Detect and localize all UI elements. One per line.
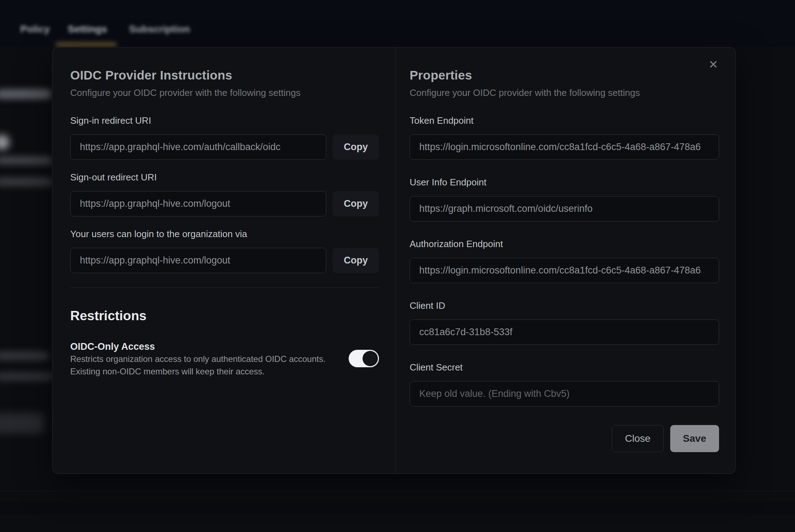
- column-divider: [395, 47, 396, 474]
- login-via-label: Your users can login to the organization…: [70, 229, 379, 239]
- background-footer-band: [0, 502, 795, 514]
- tab-policy[interactable]: Policy: [20, 24, 50, 35]
- blurred-background-button: [0, 413, 44, 434]
- sign-in-redirect-uri-label: Sign-in redirect URI: [70, 115, 379, 126]
- oidc-only-access-row: OIDC-Only Access Restricts organization …: [70, 341, 379, 378]
- oidc-only-access-toggle[interactable]: [349, 350, 379, 367]
- copy-button[interactable]: Copy: [333, 191, 379, 216]
- oidc-only-access-label: OIDC-Only Access: [70, 341, 325, 353]
- token-endpoint-input[interactable]: [410, 134, 719, 160]
- client-secret-input[interactable]: [410, 381, 719, 406]
- oidc-only-access-description-line2: Existing non-OIDC members will keep thei…: [70, 365, 325, 378]
- client-id-label: Client ID: [410, 300, 719, 311]
- background-divider-line: [0, 491, 795, 492]
- page-header-strip: [0, 0, 795, 47]
- tab-subscription[interactable]: Subscription: [129, 24, 190, 35]
- oidc-settings-modal: ✕ OIDC Provider Instructions Configure y…: [52, 47, 736, 474]
- toggle-knob: [363, 351, 378, 366]
- close-button[interactable]: Close: [612, 425, 664, 452]
- blurred-background-text: [0, 372, 53, 381]
- instructions-title: OIDC Provider Instructions: [70, 67, 379, 83]
- properties-subtitle: Configure your OIDC provider with the fo…: [410, 87, 719, 99]
- active-tab-underline: [56, 42, 117, 47]
- sign-in-redirect-uri-input[interactable]: [70, 134, 326, 160]
- restrictions-title: Restrictions: [70, 308, 379, 324]
- properties-column: Properties Configure your OIDC provider …: [410, 47, 719, 452]
- user-info-endpoint-label: User Info Endpoint: [410, 177, 719, 188]
- section-divider: [70, 287, 379, 288]
- modal-actions: Close Save: [410, 425, 719, 452]
- client-secret-label: Client Secret: [410, 362, 719, 373]
- sign-out-redirect-uri-label: Sign-out redirect URI: [70, 172, 379, 183]
- oidc-only-access-description-line1: Restricts organization access to only au…: [70, 353, 325, 365]
- blurred-background-dot: [0, 135, 9, 150]
- user-info-endpoint-input[interactable]: [410, 196, 719, 221]
- copy-button[interactable]: Copy: [333, 248, 379, 273]
- blurred-background-text: [0, 89, 52, 99]
- oidc-only-access-text: OIDC-Only Access Restricts organization …: [70, 341, 325, 378]
- client-id-input[interactable]: [410, 319, 719, 345]
- authorization-endpoint-input[interactable]: [410, 258, 719, 283]
- sign-out-redirect-uri-input[interactable]: [70, 191, 326, 216]
- authorization-endpoint-label: Authorization Endpoint: [410, 239, 719, 249]
- instructions-subtitle: Configure your OIDC provider with the fo…: [70, 87, 379, 99]
- instructions-column: OIDC Provider Instructions Configure you…: [70, 47, 379, 378]
- login-via-input[interactable]: [70, 248, 326, 273]
- blurred-background-text: [0, 177, 53, 186]
- properties-title: Properties: [410, 67, 719, 83]
- save-button[interactable]: Save: [670, 425, 719, 452]
- copy-button[interactable]: Copy: [333, 134, 379, 160]
- tab-settings[interactable]: Settings: [68, 24, 107, 35]
- token-endpoint-label: Token Endpoint: [410, 115, 719, 126]
- blurred-background-text: [0, 156, 53, 165]
- blurred-background-text: [0, 351, 49, 360]
